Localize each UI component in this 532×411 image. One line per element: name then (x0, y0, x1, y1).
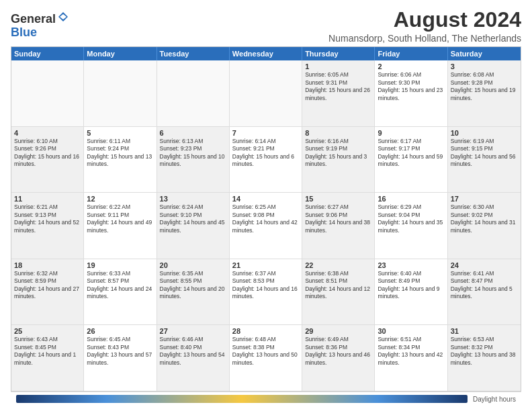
location: Numansdorp, South Holland, The Netherlan… (328, 33, 521, 44)
calendar-body: 1Sunrise: 6:05 AMSunset: 9:31 PMDaylight… (11, 60, 521, 391)
header-wednesday: Wednesday (230, 47, 302, 60)
cal-cell: 14Sunrise: 6:25 AMSunset: 9:08 PMDayligh… (230, 193, 302, 259)
cal-cell (230, 60, 302, 126)
cal-cell: 13Sunrise: 6:24 AMSunset: 9:10 PMDayligh… (157, 193, 230, 259)
daylight-bar-row: Daylight hours (11, 392, 521, 406)
day-number: 25 (14, 327, 81, 335)
cell-info: Sunrise: 6:21 AMSunset: 9:13 PMDaylight:… (14, 203, 81, 234)
cal-cell: 3Sunrise: 6:08 AMSunset: 9:28 PMDaylight… (448, 60, 521, 126)
cell-info: Sunrise: 6:17 AMSunset: 9:17 PMDaylight:… (378, 138, 444, 169)
cal-cell: 18Sunrise: 6:32 AMSunset: 8:59 PMDayligh… (11, 259, 84, 325)
calendar: Sunday Monday Tuesday Wednesday Thursday… (11, 46, 521, 392)
calendar-header: Sunday Monday Tuesday Wednesday Thursday… (11, 47, 521, 60)
daylight-gradient (16, 395, 468, 403)
cal-cell: 17Sunrise: 6:30 AMSunset: 9:02 PMDayligh… (448, 193, 521, 259)
cal-cell: 2Sunrise: 6:06 AMSunset: 9:30 PMDaylight… (375, 60, 447, 126)
cell-info: Sunrise: 6:19 AMSunset: 9:15 PMDaylight:… (451, 138, 518, 169)
page: General Blue August 2024 Numansdorp, Sou… (0, 0, 532, 411)
header-friday: Friday (375, 47, 447, 60)
cal-cell: 20Sunrise: 6:35 AMSunset: 8:55 PMDayligh… (157, 259, 230, 325)
cell-info: Sunrise: 6:43 AMSunset: 8:45 PMDaylight:… (14, 336, 81, 367)
day-number: 26 (87, 327, 153, 335)
day-number: 27 (160, 327, 226, 335)
cal-cell (84, 60, 157, 126)
cell-info: Sunrise: 6:40 AMSunset: 8:49 PMDaylight:… (378, 270, 444, 301)
cell-info: Sunrise: 6:33 AMSunset: 8:57 PMDaylight:… (87, 270, 153, 301)
cell-info: Sunrise: 6:32 AMSunset: 8:59 PMDaylight:… (14, 270, 81, 301)
cal-cell (11, 60, 84, 126)
cal-cell: 25Sunrise: 6:43 AMSunset: 8:45 PMDayligh… (11, 325, 84, 391)
cell-info: Sunrise: 6:35 AMSunset: 8:55 PMDaylight:… (160, 270, 226, 301)
day-number: 29 (305, 327, 371, 335)
cell-info: Sunrise: 6:46 AMSunset: 8:40 PMDaylight:… (160, 336, 226, 367)
cal-cell: 28Sunrise: 6:48 AMSunset: 8:38 PMDayligh… (230, 325, 302, 391)
day-number: 8 (305, 129, 371, 137)
cell-info: Sunrise: 6:38 AMSunset: 8:51 PMDaylight:… (305, 270, 371, 301)
cal-cell: 29Sunrise: 6:49 AMSunset: 8:36 PMDayligh… (302, 325, 375, 391)
day-number: 5 (87, 129, 153, 137)
cal-cell: 31Sunrise: 6:53 AMSunset: 8:32 PMDayligh… (448, 325, 521, 391)
header-monday: Monday (84, 47, 157, 60)
day-number: 1 (305, 62, 371, 71)
logo-icon (57, 11, 69, 23)
day-number: 15 (305, 195, 371, 203)
day-number: 4 (14, 129, 81, 137)
cell-info: Sunrise: 6:29 AMSunset: 9:04 PMDaylight:… (378, 203, 444, 234)
day-number: 24 (451, 261, 518, 269)
day-number: 19 (87, 261, 153, 269)
day-number: 10 (451, 129, 518, 137)
cal-cell: 11Sunrise: 6:21 AMSunset: 9:13 PMDayligh… (11, 193, 84, 259)
day-number: 30 (378, 327, 444, 335)
cal-cell: 7Sunrise: 6:14 AMSunset: 9:21 PMDaylight… (230, 127, 302, 193)
logo: General Blue (11, 11, 69, 40)
header-thursday: Thursday (302, 47, 375, 60)
cal-cell: 12Sunrise: 6:22 AMSunset: 9:11 PMDayligh… (84, 193, 157, 259)
cal-cell: 6Sunrise: 6:13 AMSunset: 9:23 PMDaylight… (157, 127, 230, 193)
cal-cell: 30Sunrise: 6:51 AMSunset: 8:34 PMDayligh… (375, 325, 447, 391)
cell-info: Sunrise: 6:49 AMSunset: 8:36 PMDaylight:… (305, 336, 371, 367)
cell-info: Sunrise: 6:10 AMSunset: 9:26 PMDaylight:… (14, 138, 81, 169)
cell-info: Sunrise: 6:30 AMSunset: 9:02 PMDaylight:… (451, 203, 518, 234)
cell-info: Sunrise: 6:08 AMSunset: 9:28 PMDaylight:… (451, 71, 518, 102)
cal-cell: 16Sunrise: 6:29 AMSunset: 9:04 PMDayligh… (375, 193, 447, 259)
day-number: 11 (14, 195, 81, 203)
cell-info: Sunrise: 6:24 AMSunset: 9:10 PMDaylight:… (160, 203, 226, 234)
cell-info: Sunrise: 6:45 AMSunset: 8:43 PMDaylight:… (87, 336, 153, 367)
day-number: 17 (451, 195, 518, 203)
cell-info: Sunrise: 6:37 AMSunset: 8:53 PMDaylight:… (232, 270, 299, 301)
cal-cell: 26Sunrise: 6:45 AMSunset: 8:43 PMDayligh… (84, 325, 157, 391)
cal-cell: 23Sunrise: 6:40 AMSunset: 8:49 PMDayligh… (375, 259, 447, 325)
title-block: August 2024 Numansdorp, South Holland, T… (328, 8, 521, 44)
cal-row-4: 18Sunrise: 6:32 AMSunset: 8:59 PMDayligh… (11, 259, 521, 326)
day-number: 23 (378, 261, 444, 269)
day-number: 21 (232, 261, 299, 269)
cell-info: Sunrise: 6:06 AMSunset: 9:30 PMDaylight:… (378, 71, 444, 102)
day-number: 6 (160, 129, 226, 137)
header-sunday: Sunday (11, 47, 84, 60)
day-number: 20 (160, 261, 226, 269)
cal-cell: 24Sunrise: 6:41 AMSunset: 8:47 PMDayligh… (448, 259, 521, 325)
cell-info: Sunrise: 6:48 AMSunset: 8:38 PMDaylight:… (232, 336, 299, 367)
cal-cell: 27Sunrise: 6:46 AMSunset: 8:40 PMDayligh… (157, 325, 230, 391)
logo-blue: Blue (11, 26, 37, 39)
day-number: 28 (232, 327, 299, 335)
cal-row-2: 4Sunrise: 6:10 AMSunset: 9:26 PMDaylight… (11, 127, 521, 193)
day-number: 14 (232, 195, 299, 203)
logo-general: General (11, 12, 56, 26)
day-number: 16 (378, 195, 444, 203)
daylight-label: Daylight hours (473, 396, 516, 403)
cell-info: Sunrise: 6:41 AMSunset: 8:47 PMDaylight:… (451, 270, 518, 301)
logo-text: General Blue (11, 11, 69, 40)
header: General Blue August 2024 Numansdorp, Sou… (11, 8, 521, 44)
day-number: 9 (378, 129, 444, 137)
cal-cell: 4Sunrise: 6:10 AMSunset: 9:26 PMDaylight… (11, 127, 84, 193)
day-number: 18 (14, 261, 81, 269)
header-tuesday: Tuesday (157, 47, 230, 60)
cell-info: Sunrise: 6:05 AMSunset: 9:31 PMDaylight:… (305, 71, 371, 102)
day-number: 13 (160, 195, 226, 203)
cal-row-5: 25Sunrise: 6:43 AMSunset: 8:45 PMDayligh… (11, 325, 521, 391)
cell-info: Sunrise: 6:14 AMSunset: 9:21 PMDaylight:… (232, 138, 299, 169)
cal-row-1: 1Sunrise: 6:05 AMSunset: 9:31 PMDaylight… (11, 60, 521, 127)
day-number: 31 (451, 327, 518, 335)
cal-cell: 15Sunrise: 6:27 AMSunset: 9:06 PMDayligh… (302, 193, 375, 259)
